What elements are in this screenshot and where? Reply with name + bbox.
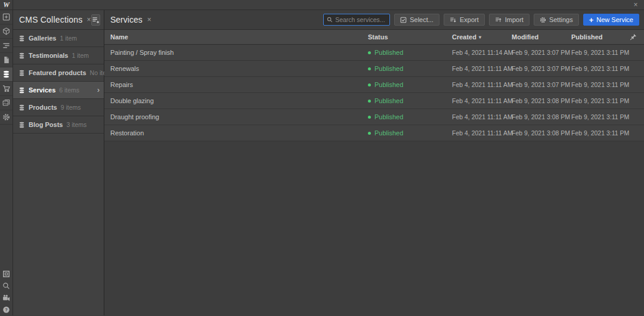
- collection-count: 9 items: [61, 104, 81, 111]
- cell-published: Feb 9, 2021 3:11 PM: [571, 49, 626, 56]
- zoom-icon[interactable]: [0, 280, 13, 292]
- window-close-icon[interactable]: ×: [627, 0, 644, 10]
- collection-icon: [18, 52, 25, 59]
- cell-status: Published: [368, 49, 452, 56]
- checkbox-icon: [400, 17, 407, 23]
- column-header-modified[interactable]: Modified: [512, 33, 571, 41]
- collection-count: 1 item: [60, 35, 77, 42]
- collection-icon: [18, 35, 25, 42]
- left-toolbar: ?: [0, 10, 13, 315]
- navigator-icon[interactable]: [0, 39, 13, 53]
- panel-close-icon[interactable]: ×: [86, 16, 91, 24]
- cell-created: Feb 4, 2021 11:11 AM: [452, 97, 512, 104]
- status-dot: [368, 132, 371, 135]
- collection-item-testimonials[interactable]: Testimonials 1 item: [13, 47, 104, 64]
- collection-item-services[interactable]: Services 6 items ›: [13, 82, 104, 99]
- collection-label: Services: [29, 86, 55, 94]
- components-icon[interactable]: [0, 24, 13, 39]
- services-tab-close-icon[interactable]: ×: [147, 16, 151, 24]
- topbar: W ×: [0, 0, 644, 10]
- cell-name: Double glazing: [104, 97, 368, 104]
- export-icon: [450, 17, 457, 23]
- collection-item-galleries[interactable]: Galleries 1 item: [13, 30, 104, 47]
- panel-title: CMS Collections: [19, 15, 82, 24]
- ecommerce-icon[interactable]: [0, 82, 13, 96]
- export-button[interactable]: Export: [444, 14, 485, 26]
- table-header: Name Status Created▾ Modified Published: [104, 30, 644, 45]
- gear-icon: [540, 17, 546, 23]
- pages-icon[interactable]: [0, 53, 13, 67]
- column-header-published[interactable]: Published: [571, 33, 626, 41]
- settings-icon[interactable]: [0, 110, 13, 125]
- settings-button-label: Settings: [549, 16, 573, 23]
- pin-icon[interactable]: [626, 33, 644, 41]
- cell-name: Restoration: [104, 129, 368, 137]
- collection-icon: [18, 122, 25, 128]
- cell-published: Feb 9, 2021 3:11 PM: [571, 81, 626, 88]
- status-label: Published: [374, 97, 403, 104]
- services-panel: Services × Select... Export Imp: [104, 10, 644, 315]
- assets-icon[interactable]: [0, 96, 13, 110]
- preview-icon[interactable]: [0, 268, 13, 280]
- table-row[interactable]: Repairs Published Feb 4, 2021 11:11 AM F…: [104, 77, 644, 93]
- cell-status: Published: [368, 81, 452, 88]
- search-input[interactable]: [335, 16, 386, 23]
- cell-modified: Feb 9, 2021 3:07 PM: [512, 81, 571, 88]
- cell-published: Feb 9, 2021 3:11 PM: [571, 113, 626, 120]
- svg-text:?: ?: [5, 307, 8, 312]
- collection-icon: [18, 70, 25, 76]
- table-row[interactable]: Draught proofing Published Feb 4, 2021 1…: [104, 109, 644, 125]
- cell-status: Published: [368, 129, 452, 137]
- collection-label: Products: [29, 104, 57, 111]
- add-collection-button[interactable]: [91, 14, 101, 26]
- column-header-created[interactable]: Created▾: [452, 33, 512, 41]
- cms-collections-header: CMS Collections ×: [13, 10, 104, 30]
- settings-button[interactable]: Settings: [534, 14, 579, 26]
- webflow-logo[interactable]: W: [0, 0, 13, 10]
- add-panel-icon[interactable]: [0, 10, 13, 24]
- table-row[interactable]: Double glazing Published Feb 4, 2021 11:…: [104, 93, 644, 109]
- table-row[interactable]: Restoration Published Feb 4, 2021 11:11 …: [104, 125, 644, 141]
- cms-icon[interactable]: [0, 67, 13, 82]
- collection-item-featured-products[interactable]: Featured products No items: [13, 64, 104, 82]
- table-row[interactable]: Painting / Spray finish Published Feb 4,…: [104, 45, 644, 61]
- status-label: Published: [374, 49, 403, 56]
- cell-created: Feb 4, 2021 11:11 AM: [452, 129, 512, 137]
- collection-label: Galleries: [29, 35, 56, 42]
- select-button-label: Select...: [410, 16, 434, 23]
- table-row[interactable]: Renewals Published Feb 4, 2021 11:11 AM …: [104, 61, 644, 77]
- collection-icon: [18, 104, 25, 111]
- collection-label: Featured products: [29, 69, 86, 76]
- export-button-label: Export: [460, 16, 479, 23]
- plus-icon: +: [589, 16, 594, 24]
- chevron-right-icon: ›: [97, 86, 100, 94]
- collection-item-products[interactable]: Products 9 items: [13, 99, 104, 116]
- cell-published: Feb 9, 2021 3:11 PM: [571, 97, 626, 104]
- collection-label: Blog Posts: [29, 121, 63, 128]
- cms-collections-panel: CMS Collections × Galleries 1 item Testi…: [13, 10, 104, 315]
- new-service-button[interactable]: + New Service: [583, 14, 639, 26]
- status-dot: [368, 116, 371, 119]
- collection-count: 1 item: [72, 52, 89, 59]
- select-button[interactable]: Select...: [394, 14, 439, 26]
- status-label: Published: [374, 113, 403, 120]
- collection-count: 6 items: [59, 86, 79, 94]
- cell-status: Published: [368, 97, 452, 104]
- topbar-spacer: [13, 0, 627, 10]
- status-label: Published: [374, 81, 403, 88]
- collection-label: Testimonials: [29, 52, 68, 59]
- column-header-status[interactable]: Status: [368, 33, 452, 41]
- cell-published: Feb 9, 2021 3:11 PM: [571, 65, 626, 72]
- cell-modified: Feb 9, 2021 3:08 PM: [512, 113, 571, 120]
- help-icon[interactable]: ?: [0, 303, 13, 315]
- cell-created: Feb 4, 2021 11:11 AM: [452, 65, 512, 72]
- collection-item-blog-posts[interactable]: Blog Posts 3 items: [13, 116, 104, 134]
- cell-status: Published: [368, 65, 452, 72]
- import-button-label: Import: [505, 16, 524, 23]
- sort-desc-icon: ▾: [479, 35, 481, 40]
- video-icon[interactable]: [0, 292, 13, 303]
- import-button[interactable]: Import: [489, 14, 530, 26]
- column-header-name[interactable]: Name: [104, 33, 368, 41]
- cell-modified: Feb 9, 2021 3:07 PM: [512, 49, 571, 56]
- status-dot: [368, 51, 371, 54]
